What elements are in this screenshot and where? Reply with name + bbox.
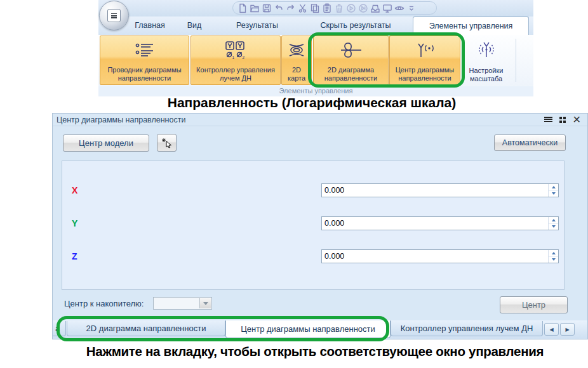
panel-tab-bar: а 2D диаграмма направленности Центр диаг…: [53, 320, 587, 339]
beam-controller-icon: 12: [224, 39, 247, 61]
archive-icon[interactable]: [370, 3, 380, 13]
annotation-caption: Нажмите на вкладку, чтобы открыть соотве…: [42, 344, 588, 359]
application-menu-button[interactable]: [99, 1, 129, 30]
ribbon-button-label: Проводник диаграммы направленности: [100, 66, 189, 84]
quick-access-toolbar: [98, 0, 533, 17]
tab-glavnaya[interactable]: Главная: [124, 16, 175, 35]
tab-scroll-right-button[interactable]: ▶: [560, 323, 575, 336]
x-coordinate-input[interactable]: [322, 184, 550, 197]
share-screen-icon[interactable]: [382, 3, 392, 13]
redo-icon[interactable]: [286, 3, 296, 13]
center-to-storage-dropdown[interactable]: [153, 297, 212, 310]
axis-y-label: Y: [72, 218, 84, 228]
pattern-center-icon: [413, 39, 436, 61]
z-coordinate-field: [321, 249, 559, 263]
ribbon-button-label: 2D карта: [282, 66, 311, 84]
tab-rezultaty[interactable]: Результаты: [222, 16, 292, 35]
tab-beam-controller[interactable]: Контроллер управления лучем ДН: [391, 321, 543, 336]
panel-close-icon[interactable]: ✕: [573, 115, 581, 124]
new-file-icon[interactable]: [237, 3, 248, 13]
ribbon-button-2d-map[interactable]: 2D карта: [281, 36, 312, 85]
x-spin-down[interactable]: [549, 191, 558, 197]
model-center-button[interactable]: Центр модели: [63, 135, 149, 152]
scale-settings-icon: [475, 39, 498, 60]
y-spinner: [548, 217, 558, 230]
pattern-2d-icon: [340, 39, 363, 61]
z-coordinate-input[interactable]: [322, 250, 550, 263]
svg-text:2: 2: [243, 55, 245, 60]
y-spin-down[interactable]: [549, 224, 558, 230]
quick-access-strip: [232, 1, 437, 15]
x-spin-up[interactable]: [549, 184, 558, 191]
ribbon-body: Проводник диаграммы направленности 12 Ко…: [98, 35, 533, 86]
center-button[interactable]: Центр: [500, 296, 568, 313]
ribbon-button-label: Контроллер управления лучем ДН: [191, 66, 280, 84]
ribbon-button-pattern-explorer[interactable]: Проводник диаграммы направленности: [100, 36, 189, 85]
x-spinner: [548, 184, 558, 197]
tab-elementy-upravleniya[interactable]: Элементы управления: [413, 16, 529, 36]
panel-dock-icon[interactable]: [559, 117, 562, 119]
z-spin-up[interactable]: [549, 250, 558, 257]
run-step-icon[interactable]: [358, 3, 368, 13]
pattern-explorer-icon: [135, 39, 155, 61]
more-icon[interactable]: [406, 3, 417, 13]
y-coordinate-field: [321, 216, 559, 230]
center-to-storage-label: Центр к накопителю:: [64, 298, 144, 310]
copy-icon[interactable]: [310, 3, 320, 13]
ribbon-button-label: Центр диаграммы направленности: [390, 66, 460, 84]
dropdown-arrow-icon: [199, 298, 211, 308]
tab-vid[interactable]: Вид: [175, 16, 213, 35]
z-spinner: [548, 250, 558, 263]
svg-text:1: 1: [232, 55, 235, 60]
ribbon-button-label: 2D диаграмма направленности: [314, 66, 388, 84]
tab-skryt-rezultaty[interactable]: Скрыть результаты: [308, 16, 403, 35]
tab-pattern-center[interactable]: Центр диаграммы направленности: [225, 320, 391, 338]
y-coordinate-input[interactable]: [322, 217, 550, 230]
open-folder-icon[interactable]: [250, 3, 260, 13]
x-coordinate-field: [321, 183, 559, 197]
z-spin-down[interactable]: [549, 257, 558, 263]
visibility-icon[interactable]: [394, 3, 404, 13]
axis-z-label: Z: [72, 251, 84, 261]
screenshot-root: Главная Вид Результаты Скрыть результаты…: [0, 0, 588, 368]
axis-x-label: X: [72, 185, 84, 195]
ribbon-button-pattern-center[interactable]: Центр диаграммы направленности: [389, 36, 460, 85]
annotation-title: Направленность (Логарифмическая шкала): [36, 95, 588, 112]
paste-icon[interactable]: [322, 3, 332, 13]
cut-icon[interactable]: [298, 3, 308, 13]
ribbon-button-2d-pattern[interactable]: 2D диаграмма направленности: [313, 36, 389, 85]
ribbon-button-beam-controller[interactable]: 12 Контроллер управления лучем ДН: [190, 36, 281, 85]
ribbon-group-separator: [516, 39, 516, 82]
tab-partial[interactable]: а: [53, 321, 66, 336]
delete-icon[interactable]: [334, 3, 344, 13]
ribbon-button-scale-settings[interactable]: Настройки масштаба: [463, 36, 509, 85]
panel-title: Центр диаграммы направленности: [57, 115, 185, 124]
run-icon[interactable]: [346, 3, 356, 13]
pick-cursor-icon: [161, 138, 172, 148]
tab-scroll-left-button[interactable]: ◀: [544, 323, 559, 336]
pick-point-button[interactable]: [157, 134, 177, 152]
tab-2d-pattern[interactable]: 2D диаграмма направленности: [67, 321, 225, 336]
ribbon-tab-row: Главная Вид Результаты Скрыть результаты…: [98, 16, 533, 35]
ribbon-button-label: Настройки масштаба: [463, 67, 509, 85]
panel-header: Центр диаграммы направленности ✕: [53, 114, 587, 126]
pattern-center-panel: Центр диаграммы направленности ✕ Центр м…: [52, 113, 588, 339]
application-menu-icon: [107, 9, 121, 22]
save-icon[interactable]: [262, 3, 272, 13]
panel-header-icons: ✕: [544, 115, 581, 124]
panel-menu-icon[interactable]: [544, 117, 552, 122]
undo-icon[interactable]: [274, 3, 284, 13]
automatic-button[interactable]: Автоматически: [494, 135, 566, 151]
map-2d-icon: [286, 39, 307, 61]
y-spin-up[interactable]: [549, 217, 558, 224]
